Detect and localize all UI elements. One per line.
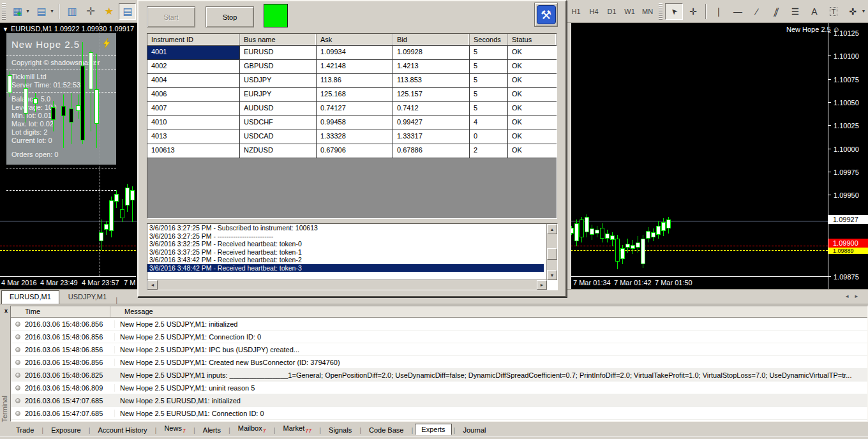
chart-tab-usdjpy-m1[interactable]: USDJPY,M1	[61, 291, 114, 304]
timeframe-button-w1[interactable]: W1	[622, 4, 638, 19]
table-header-cell[interactable]: Ask	[317, 34, 393, 45]
table-row[interactable]: 4013USDCAD1.333281.333170OK	[147, 130, 557, 144]
terminal-tab-mailbox[interactable]: Mailbox7	[232, 422, 272, 435]
new-chart-dropdown-icon[interactable]: ▾	[26, 8, 32, 14]
panel-balance: Balance: 5.0	[11, 95, 111, 103]
horizontal-line-tool-icon[interactable]: ―	[729, 3, 747, 20]
navigator-icon[interactable]: ★	[100, 3, 117, 20]
column-header-time[interactable]: Time	[11, 306, 110, 317]
terminal-log-row[interactable]: 2016.03.06 15:47:07.685New Hope 2.5 EURU…	[11, 407, 867, 420]
equidistant-channel-tool-icon[interactable]: ∥	[767, 3, 785, 20]
terminal-log-row[interactable]: 2016.03.06 15:48:06.856New Hope 2.5 USDJ…	[11, 331, 867, 343]
table-header-cell[interactable]: Seconds	[470, 34, 508, 45]
text-tool-icon[interactable]: A	[805, 3, 823, 20]
log-line[interactable]: 3/6/2016 3:43:42 PM - Received heartbeat…	[147, 256, 544, 264]
log-bullet-icon	[15, 373, 20, 378]
terminal-tab-divider: |	[87, 424, 93, 435]
arrows-dropdown-icon[interactable]: ▾	[862, 8, 868, 14]
log-line[interactable]: 3/6/2016 3:48:42 PM - Received heartbeat…	[147, 264, 544, 272]
symbol-dropdown-icon[interactable]: ▼	[3, 26, 8, 33]
table-row[interactable]: 4002GBPUSD1.421481.42135OK	[147, 60, 557, 74]
log-line[interactable]: 3/6/2016 3:27:25 PM - ------------------…	[147, 232, 544, 241]
terminal-log-row[interactable]: 2016.03.06 15:47:07.685New Hope 2.5 EURU…	[11, 394, 867, 407]
terminal-tab-journal[interactable]: Journal	[457, 424, 491, 435]
log-horizontal-scrollbar[interactable]: ◄ ►	[147, 279, 547, 290]
timeframe-button-h1[interactable]: H1	[568, 4, 585, 19]
price-tick-mark	[828, 149, 831, 149]
log-message: New Hope 2.5 USDJPY,M1: uninit reason 5	[115, 384, 867, 392]
terminal-tab-label: News	[164, 424, 182, 432]
fibonacci-retracement-tool-icon[interactable]: ☰	[786, 3, 804, 20]
scroll-up-button[interactable]: ▲	[547, 224, 557, 234]
panel-copyright: Copyright © shadowsmaster	[11, 59, 111, 67]
table-row[interactable]: 4006EURJPY125.168125.1575OK	[147, 88, 557, 102]
terminal-tab-market[interactable]: Market77	[278, 422, 318, 435]
start-button[interactable]: Start	[147, 6, 195, 27]
terminal-log-row[interactable]: 2016.03.06 15:48:06.856New Hope 2.5 USDJ…	[11, 318, 867, 331]
scroll-left-button[interactable]: ◄	[147, 280, 158, 290]
scroll-right-button[interactable]: ►	[537, 280, 547, 290]
tab-scroll-right-icon[interactable]: ▸	[855, 293, 864, 299]
table-row[interactable]: 4010USDCHF0.994580.994274OK	[147, 116, 557, 130]
market-watch-icon[interactable]: ▥	[63, 3, 80, 20]
table-header-cell[interactable]: Bid	[393, 34, 470, 45]
chart-profiles-dropdown-icon[interactable]: ▾	[50, 8, 56, 14]
terminal-tab-exposure[interactable]: Exposure	[45, 424, 86, 435]
table-row[interactable]: 4004USDJPY113.86113.8535OK	[147, 74, 557, 88]
terminal-tab-label: Market	[283, 424, 305, 432]
log-vertical-scrollbar[interactable]: ▲ ▼	[546, 224, 557, 280]
table-header-cell[interactable]: Status	[508, 34, 557, 45]
table-row[interactable]: 4001EURUSD1.099341.099285OK	[147, 46, 557, 60]
terminal-panel-icon[interactable]: ▤	[119, 3, 136, 20]
scrollbar-track[interactable]	[158, 280, 537, 290]
chart-profiles-icon[interactable]: ▤	[33, 3, 50, 20]
data-window-icon[interactable]: ✛	[82, 3, 99, 20]
toolbar-grip[interactable]	[2, 3, 6, 20]
table-cell: 0.99427	[393, 116, 470, 130]
terminal-tab-alerts[interactable]: Alerts	[197, 424, 227, 435]
terminal-close-button[interactable]: x	[2, 306, 10, 315]
terminal-tab-news[interactable]: News7	[158, 422, 191, 435]
terminal-tab-signals[interactable]: Signals	[323, 424, 357, 435]
vertical-line-tool-icon[interactable]: ❘	[710, 3, 728, 20]
time-label: 7 Mar 01:34	[573, 279, 611, 286]
log-line[interactable]: 3/6/2016 3:37:25 PM - Received heartbeat…	[147, 248, 544, 257]
text-label-tool-icon[interactable]: T	[825, 3, 842, 20]
table-row[interactable]: 4007AUDUSD0.741270.74125OK	[147, 102, 557, 116]
stop-button[interactable]: Stop	[206, 6, 254, 27]
log-line[interactable]: 3/6/2016 3:32:25 PM - Received heartbeat…	[147, 240, 544, 248]
tab-scroll-left-icon[interactable]: ◂	[846, 293, 855, 299]
price-scale[interactable]: 1.101251.101001.100751.100501.100251.100…	[828, 23, 868, 289]
arrows-tool-icon[interactable]: ✜	[844, 3, 862, 20]
timeframe-button-d1[interactable]: D1	[604, 4, 620, 19]
table-header-cell[interactable]: Instrument ID	[147, 34, 240, 45]
terminal-tab-trade[interactable]: Trade	[10, 424, 40, 435]
column-header-message[interactable]: Message	[110, 306, 157, 317]
terminal-log-row[interactable]: 2016.03.06 15:48:06.825New Hope 2.5 USDJ…	[11, 369, 867, 382]
log-line[interactable]: 3/6/2016 3:27:25 PM - Subscribed to inst…	[147, 224, 544, 232]
chart-tab-eurusd-m1[interactable]: EURUSD,M1	[1, 290, 59, 304]
terminal-log-row[interactable]: 2016.03.06 15:48:06.856New Hope 2.5 USDJ…	[11, 343, 867, 356]
terminal-tab-badge: 77	[305, 428, 311, 434]
instruments-table[interactable]: Instrument IDBus nameAskBidSecondsStatus…	[147, 33, 557, 219]
cursor-tool-icon[interactable]: ➤	[665, 3, 683, 20]
terminal-log-row[interactable]: 2016.03.06 15:48:06.809New Hope 2.5 USDJ…	[11, 382, 867, 394]
timeframe-button-h4[interactable]: H4	[586, 4, 602, 19]
tabbar-scroll-arrows[interactable]: ◂▸	[846, 293, 864, 299]
table-header-cell[interactable]: Bus name	[240, 34, 317, 45]
ea-properties-button[interactable]: ⚒	[534, 3, 558, 27]
event-log[interactable]: 3/6/2016 3:27:25 PM - Subscribed to inst…	[147, 223, 558, 290]
scrollbar-thumb[interactable]	[547, 248, 557, 260]
scroll-down-button[interactable]: ▼	[547, 270, 557, 280]
terminal-tab-code-base[interactable]: Code Base	[363, 424, 409, 435]
terminal-log-row[interactable]: 2016.03.06 15:48:06.856New Hope 2.5 USDJ…	[11, 356, 867, 369]
trendline-tool-icon[interactable]: ∕	[748, 3, 766, 20]
table-row[interactable]: 100613NZDUSD0.679060.678862OK	[147, 144, 557, 158]
terminal-tab-account-history[interactable]: Account History	[93, 424, 153, 435]
timeframe-button-mn[interactable]: MN	[640, 4, 656, 19]
toolbar-grip-2[interactable]	[659, 3, 662, 20]
crosshair-tool-icon[interactable]: ✛	[684, 3, 702, 20]
time-label: 4 Mar 2016	[1, 279, 37, 286]
new-chart-icon[interactable]: ▦+	[8, 3, 26, 20]
terminal-tab-experts[interactable]: Experts	[415, 424, 451, 435]
